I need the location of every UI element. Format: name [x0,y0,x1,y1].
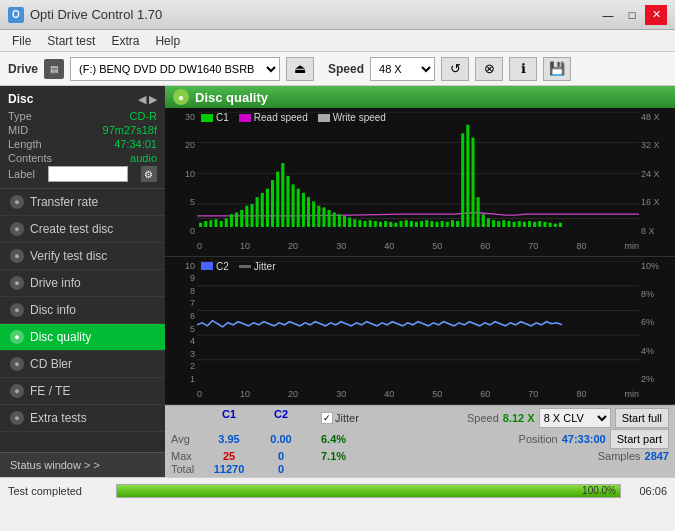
svg-rect-23 [292,184,295,227]
svg-rect-48 [420,221,423,227]
svg-rect-50 [430,221,433,227]
close-button[interactable]: ✕ [645,5,667,25]
legend-c2: C2 [201,261,229,272]
clv-select[interactable]: 8 X CLV 16 X CLV 24 X CLV [539,408,611,428]
menu-bar: File Start test Extra Help [0,30,675,52]
drive-select[interactable]: (F:) BENQ DVD DD DW1640 BSRB [70,57,280,81]
svg-rect-31 [333,213,336,227]
svg-rect-43 [394,223,397,227]
disc-label-input[interactable] [48,166,128,182]
svg-rect-6 [204,221,207,227]
menu-file[interactable]: File [4,32,39,50]
disc-contents-val: audio [130,152,157,164]
disc-quality-title: Disc quality [195,90,268,105]
speed-label: Speed [328,62,364,76]
create-test-disc-label: Create test disc [30,222,113,236]
total-c2: 0 [255,463,307,475]
verify-test-disc-icon: ● [10,249,24,263]
minimize-button[interactable]: — [597,5,619,25]
svg-rect-25 [302,193,305,227]
chart-top-x-axis: 0 10 20 30 40 50 60 70 80 min [197,236,639,256]
avg-label: Avg [171,433,203,445]
svg-rect-60 [482,214,485,227]
svg-rect-47 [415,222,418,227]
cd-bler-icon: ● [10,357,24,371]
svg-rect-26 [307,197,310,227]
avg-jitter: 6.4% [321,433,346,445]
svg-rect-36 [358,220,361,227]
svg-rect-66 [513,222,516,227]
stats-table: C1 C2 ✓ Jitter Speed 8.12 X 8 X CLV 16 X… [165,405,675,477]
info-button[interactable]: ℹ [509,57,537,81]
disc-nav-arrow[interactable]: ◀ ▶ [138,93,157,106]
max-c1: 25 [203,450,255,462]
status-window-button[interactable]: Status window > > [0,452,165,477]
refresh-button[interactable]: ↺ [441,57,469,81]
create-test-disc-icon: ● [10,222,24,236]
transfer-rate-icon: ● [10,195,24,209]
svg-rect-34 [348,218,351,227]
drive-info-icon: ● [10,276,24,290]
disc-length-row: Length 47:34:01 [8,138,157,150]
svg-rect-57 [466,125,469,227]
menu-start-test[interactable]: Start test [39,32,103,50]
jitter-label: Jitter [335,412,359,424]
nav-items: ● Transfer rate ● Create test disc ● Ver… [0,189,165,432]
speed-select[interactable]: 48 X 32 X 24 X 16 X 8 X [370,57,435,81]
svg-rect-9 [220,221,223,227]
disc-label-edit-button[interactable]: ⚙ [141,166,157,182]
jitter-checkbox[interactable]: ✓ [321,412,333,424]
svg-rect-49 [425,220,428,227]
disc-info-panel: Disc ◀ ▶ Type CD-R MID 97m27s18f Length … [0,86,165,189]
svg-rect-63 [497,221,500,227]
verify-test-disc-label: Verify test disc [30,249,107,263]
menu-help[interactable]: Help [147,32,188,50]
erase-button[interactable]: ⊗ [475,57,503,81]
title-bar-left: O Opti Drive Control 1.70 [8,7,162,23]
status-text: Test completed [8,485,108,497]
svg-rect-55 [456,221,459,227]
disc-label-key: Label [8,168,35,180]
eject-button[interactable]: ⏏ [286,57,314,81]
total-label: Total [171,463,203,475]
drive-info-label: Drive info [30,276,81,290]
svg-rect-65 [507,221,510,227]
legend-c1: C1 [201,112,229,123]
sidebar-item-drive-info[interactable]: ● Drive info [0,270,165,297]
svg-rect-74 [554,224,557,227]
svg-rect-19 [271,180,274,227]
svg-rect-58 [471,138,474,227]
start-full-button[interactable]: Start full [615,408,669,428]
svg-rect-21 [281,163,284,227]
chart-bottom-canvas [197,261,639,385]
svg-rect-51 [435,222,438,227]
maximize-button[interactable]: □ [621,5,643,25]
svg-rect-7 [209,220,212,227]
sidebar-item-create-test-disc[interactable]: ● Create test disc [0,216,165,243]
save-button[interactable]: 💾 [543,57,571,81]
svg-rect-54 [451,220,454,227]
svg-rect-64 [502,220,505,227]
position-val: 47:33:00 [562,433,606,445]
disc-quality-header: ● Disc quality [165,86,675,108]
sidebar-item-disc-quality[interactable]: ● Disc quality [0,324,165,351]
sidebar-item-disc-info[interactable]: ● Disc info [0,297,165,324]
menu-extra[interactable]: Extra [103,32,147,50]
sidebar-item-extra-tests[interactable]: ● Extra tests [0,405,165,432]
sidebar-item-fe-te[interactable]: ● FE / TE [0,378,165,405]
chart-top: C1 Read speed Write speed 30 20 10 [165,108,675,257]
start-part-button[interactable]: Start part [610,429,669,449]
chart-bottom-y-right: 10% 8% 6% 4% 2% [639,257,675,385]
svg-rect-33 [343,216,346,227]
svg-rect-61 [487,218,490,227]
drive-bar: Drive ▤ (F:) BENQ DVD DD DW1640 BSRB ⏏ S… [0,52,675,86]
disc-type-row: Type CD-R [8,110,157,122]
sidebar-item-transfer-rate[interactable]: ● Transfer rate [0,189,165,216]
sidebar: Disc ◀ ▶ Type CD-R MID 97m27s18f Length … [0,86,165,477]
disc-type-key: Type [8,110,32,122]
max-label: Max [171,450,203,462]
disc-header: Disc ◀ ▶ [8,92,157,106]
content-area: ● Disc quality C1 Read speed [165,86,675,477]
sidebar-item-cd-bler[interactable]: ● CD Bler [0,351,165,378]
sidebar-item-verify-test-disc[interactable]: ● Verify test disc [0,243,165,270]
